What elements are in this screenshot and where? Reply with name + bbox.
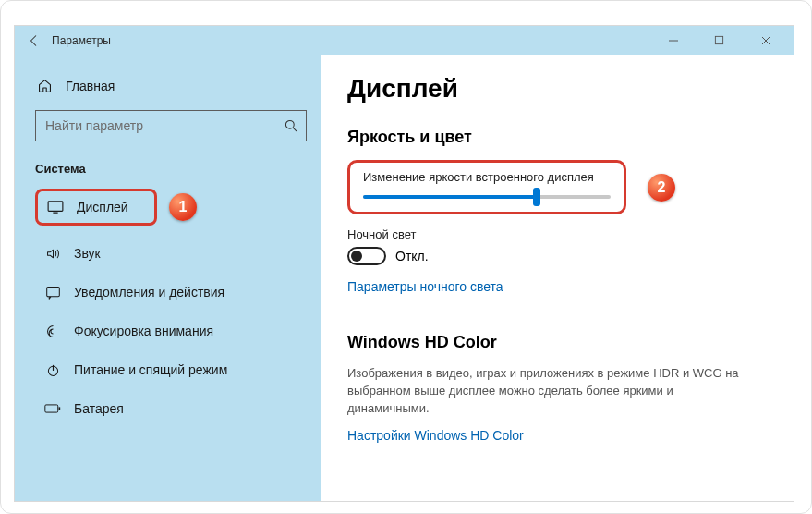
svg-rect-0 xyxy=(715,36,722,43)
notifications-icon xyxy=(44,284,61,300)
sidebar-item-label: Питание и спящий режим xyxy=(74,362,227,377)
search-input[interactable] xyxy=(45,118,274,133)
brightness-slider[interactable] xyxy=(363,195,611,199)
brightness-label: Изменение яркости встроенного дисплея xyxy=(363,170,611,184)
svg-rect-3 xyxy=(46,287,59,296)
sidebar-item-label: Звук xyxy=(74,246,101,261)
maximize-icon xyxy=(714,35,724,45)
page-title: Дисплей xyxy=(347,74,768,104)
sidebar-item-label: Уведомления и действия xyxy=(74,285,224,300)
minimize-icon xyxy=(668,35,679,46)
section-brightness-color: Яркость и цвет xyxy=(347,128,768,147)
search-icon xyxy=(284,118,298,133)
svg-point-1 xyxy=(285,120,294,128)
home-icon xyxy=(37,78,53,93)
sidebar-item-label: Фокусировка внимания xyxy=(74,324,213,338)
titlebar: Параметры xyxy=(15,26,794,55)
sidebar-item-notifications[interactable]: Уведомления и действия xyxy=(35,274,307,311)
sidebar-item-focus[interactable]: Фокусировка внимания xyxy=(35,312,307,349)
close-button[interactable] xyxy=(760,35,786,46)
brightness-slider-thumb[interactable] xyxy=(533,188,540,206)
main-content: Дисплей Яркость и цвет Изменение яркости… xyxy=(321,55,794,501)
annotation-badge-1: 1 xyxy=(169,193,197,221)
minimize-button[interactable] xyxy=(668,35,694,46)
display-icon xyxy=(47,199,64,215)
night-light-label: Ночной свет xyxy=(347,227,768,241)
sidebar-nav: Дисплей 1 Звук Уведомления и действи xyxy=(35,189,307,427)
night-light-state: Откл. xyxy=(395,249,429,263)
sidebar-item-sound[interactable]: Звук xyxy=(35,235,307,272)
back-button[interactable] xyxy=(28,34,41,47)
focus-icon xyxy=(44,323,61,339)
night-light-toggle[interactable] xyxy=(347,247,386,265)
toggle-knob xyxy=(351,251,362,262)
maximize-button[interactable] xyxy=(714,35,740,46)
section-hd-color: Windows HD Color xyxy=(347,333,768,352)
arrow-left-icon xyxy=(28,34,41,47)
window-title: Параметры xyxy=(52,34,111,47)
sidebar-item-label: Дисплей xyxy=(77,200,128,214)
svg-rect-6 xyxy=(59,407,61,410)
battery-icon xyxy=(44,400,61,417)
sidebar-item-label: Батарея xyxy=(74,401,124,416)
hd-color-settings-link[interactable]: Настройки Windows HD Color xyxy=(347,428,524,443)
brightness-control-box: Изменение яркости встроенного дисплея 2 xyxy=(347,160,626,214)
close-icon xyxy=(760,35,771,46)
sidebar-item-battery[interactable]: Батарея xyxy=(35,390,307,427)
search-input-wrapper[interactable] xyxy=(35,110,307,141)
night-light-settings-link[interactable]: Параметры ночного света xyxy=(347,279,503,294)
annotation-badge-2: 2 xyxy=(648,174,675,202)
settings-window: Параметры Гла xyxy=(14,25,794,502)
svg-rect-2 xyxy=(48,202,63,212)
power-icon xyxy=(44,361,61,378)
sidebar-section-label: Система xyxy=(35,162,307,176)
hd-color-description: Изображения в видео, играх и приложениях… xyxy=(347,365,754,418)
sidebar-item-power[interactable]: Питание и спящий режим xyxy=(35,351,307,388)
svg-rect-5 xyxy=(45,405,58,412)
sound-icon xyxy=(44,245,61,262)
brightness-slider-fill xyxy=(363,195,537,199)
sidebar-home-label: Главная xyxy=(66,79,115,93)
sidebar: Главная Система Дисплей 1 xyxy=(15,55,321,501)
sidebar-item-display[interactable]: Дисплей 1 xyxy=(35,189,157,226)
sidebar-home[interactable]: Главная xyxy=(37,78,307,93)
